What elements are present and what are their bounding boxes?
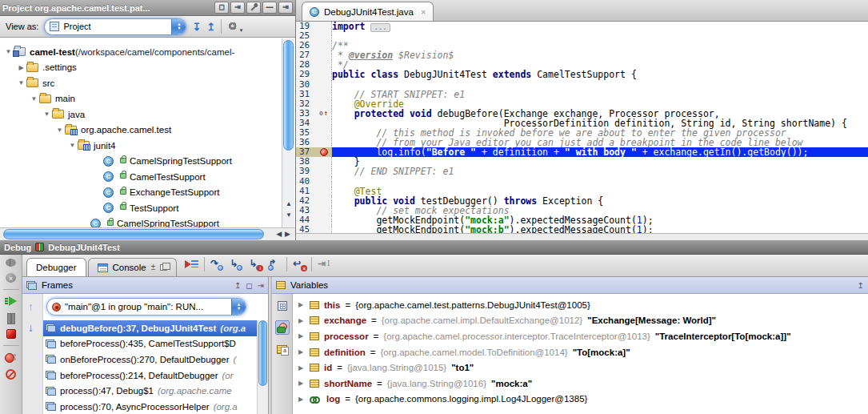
tree-item[interactable]: ▼camel-test (/workspace/camel/components… bbox=[0, 44, 282, 60]
disclosure-expanded-icon[interactable]: ▼ bbox=[54, 127, 65, 134]
thread-selector-combo[interactable]: "main"@1 in group "main": RUN... ▲▼ bbox=[46, 298, 246, 316]
variable-row[interactable]: ▶exchange = {org.apache.camel.impl.Defau… bbox=[293, 313, 868, 329]
variable-row[interactable]: ▶definition = {org.apache.camel.model.To… bbox=[293, 344, 868, 360]
tree-item[interactable]: CExchangeTestSupport bbox=[0, 185, 282, 201]
force-step-into-icon[interactable]: ↳i bbox=[248, 258, 262, 271]
tree-item[interactable]: ▼main bbox=[0, 91, 282, 107]
variable-row[interactable]: ▶processor = {org.apache.camel.processor… bbox=[293, 328, 868, 344]
step-out-icon[interactable]: ↱ bbox=[267, 258, 282, 271]
view-breakpoints-icon[interactable] bbox=[5, 352, 17, 363]
show-types-icon[interactable] bbox=[275, 342, 290, 356]
thread-combo-stepper[interactable]: ▲▼ bbox=[231, 298, 246, 316]
minimize-window-icon[interactable]: — bbox=[262, 2, 277, 14]
run-to-cursor-icon[interactable]: ⇥I bbox=[317, 258, 331, 271]
close-session-icon[interactable]: x bbox=[6, 273, 16, 283]
gear-icon[interactable] bbox=[227, 21, 238, 32]
stack-frame-row[interactable]: process():47, Debug$1 (org.apache.came bbox=[43, 383, 257, 399]
close-tab-icon[interactable]: × bbox=[421, 7, 426, 17]
scrollbar-thumb[interactable] bbox=[283, 40, 294, 151]
variable-name: processor bbox=[324, 332, 369, 341]
tree-vertical-scrollbar[interactable]: ▲ ▼ bbox=[282, 38, 294, 227]
tree-item[interactable]: ▼junit4 bbox=[0, 138, 282, 154]
step-over-icon[interactable]: ↷ bbox=[210, 258, 224, 271]
stack-frame-row[interactable]: debugBefore():37, DebugJUnit4Test (org.a bbox=[43, 320, 257, 336]
disclosure-collapsed-icon[interactable]: ▶ bbox=[16, 64, 26, 71]
tree-item[interactable]: ▼java bbox=[0, 107, 282, 123]
tree-item[interactable]: ▼src bbox=[0, 75, 282, 91]
pin-window-icon[interactable] bbox=[246, 2, 261, 14]
variable-row[interactable]: ▶id = {java.lang.String@1015}"to1" bbox=[293, 360, 868, 376]
code-line[interactable]: 19import ... bbox=[296, 22, 868, 31]
expand-icon[interactable]: ▶ bbox=[298, 332, 305, 340]
stack-frame-row[interactable]: beforeProcess():214, DefaultDebugger (or bbox=[43, 368, 257, 384]
tab-debugger[interactable]: Debugger bbox=[26, 258, 86, 276]
show-execution-point-icon[interactable] bbox=[185, 258, 199, 271]
expand-icon[interactable]: ▶ bbox=[298, 380, 305, 387]
hide-window-icon[interactable]: ⇥ bbox=[278, 2, 293, 14]
code-area[interactable]: 19import ...2526/**27 * @version $Revisi… bbox=[296, 22, 868, 233]
scrollbar-thumb[interactable] bbox=[258, 320, 267, 386]
evaluate-expression-icon[interactable] bbox=[275, 299, 290, 313]
pop-frame-icon[interactable]: ↩x bbox=[292, 258, 306, 271]
next-frame-icon[interactable]: ↓ bbox=[28, 321, 34, 334]
expand-icon[interactable]: ▶ bbox=[298, 317, 305, 324]
code-line[interactable]: 37 log.info("Before " + definition + " w… bbox=[296, 147, 868, 157]
pin-panel-icon[interactable]: ↥ bbox=[234, 281, 241, 290]
tree-horizontal-scrollbar[interactable]: ◀▶ bbox=[0, 227, 295, 240]
scroll-down-icon[interactable]: ▼ bbox=[282, 211, 295, 219]
code-line[interactable]: 45 getMockEndpoint("mock:b").expectedMes… bbox=[296, 225, 868, 233]
stack-frame-row[interactable]: beforeProcess():435, CamelTestSupport$D bbox=[43, 336, 257, 352]
tree-item[interactable]: CCamelTestSupport bbox=[0, 169, 282, 185]
mute-breakpoints-icon[interactable] bbox=[6, 369, 16, 380]
expand-all-icon[interactable]: ↧ bbox=[192, 22, 201, 32]
scroll-left-right-icons[interactable]: ◀▶ bbox=[276, 230, 294, 238]
editor-tab[interactable]: C DebugJUnit4Test.java × bbox=[302, 2, 434, 21]
variable-row[interactable]: ▶shortName = {java.lang.String@1016}"moc… bbox=[293, 376, 868, 392]
expand-icon[interactable]: ▶ bbox=[298, 364, 305, 372]
float-tab-icon[interactable] bbox=[160, 264, 167, 271]
breakpoint-icon[interactable] bbox=[320, 148, 328, 156]
variable-row[interactable]: ▶log = {org.apache.commons.logging.impl.… bbox=[293, 392, 868, 408]
scroll-up-icon[interactable]: ▲ bbox=[282, 200, 295, 208]
previous-frame-icon[interactable]: ↑ bbox=[28, 300, 34, 313]
scrollbar-thumb[interactable] bbox=[3, 229, 264, 239]
expand-icon[interactable]: ▶ bbox=[298, 301, 305, 308]
tree-item[interactable]: ▶.settings bbox=[0, 60, 282, 76]
tree-item[interactable]: CCamelSpringTestSupport bbox=[0, 216, 282, 228]
overrides-method-icon[interactable]: ↑ bbox=[319, 108, 328, 119]
expand-icon[interactable]: ▶ bbox=[298, 348, 305, 356]
disclosure-expanded-icon[interactable]: ▼ bbox=[16, 79, 26, 86]
code-line[interactable]: 29public class DebugJUnit4Test extends C… bbox=[296, 70, 868, 79]
dock-window-icon[interactable]: ⇥ bbox=[230, 2, 245, 14]
code-line[interactable]: 25 bbox=[296, 31, 868, 41]
float-window-icon[interactable]: ◻ bbox=[214, 2, 229, 14]
export-icon[interactable]: ± bbox=[151, 263, 156, 271]
disclosure-expanded-icon[interactable]: ▼ bbox=[29, 95, 39, 102]
pause-program-icon[interactable] bbox=[7, 313, 15, 323]
stack-frame-row[interactable]: process():70, AsyncProcessorHelper (org.… bbox=[43, 399, 257, 414]
variable-row[interactable]: ▶this = {org.apache.camel.test.patterns.… bbox=[293, 297, 868, 313]
float-panel-icon[interactable]: ◻ bbox=[246, 281, 252, 290]
tree-item[interactable]: CTestSupport bbox=[0, 200, 282, 216]
pin-panel-icon[interactable]: ↥ bbox=[858, 281, 864, 290]
code-line[interactable]: 27 * @version $Revision$ bbox=[296, 50, 868, 60]
watches-icon[interactable] bbox=[275, 320, 290, 335]
stack-frame-row[interactable]: onBeforeProcess():270, DefaultDebugger ( bbox=[43, 352, 257, 368]
frames-scrollbar[interactable] bbox=[257, 320, 268, 414]
collapse-all-icon[interactable]: ↥ bbox=[206, 22, 215, 32]
view-as-combo[interactable]: Project ▲▼ bbox=[44, 18, 186, 35]
stop-program-icon[interactable] bbox=[6, 329, 16, 339]
combo-stepper[interactable]: ▲▼ bbox=[171, 18, 186, 35]
disclosure-expanded-icon[interactable]: ▼ bbox=[42, 111, 52, 118]
disclosure-expanded-icon[interactable]: ▼ bbox=[67, 142, 78, 149]
expand-icon[interactable]: ▶ bbox=[298, 396, 305, 403]
step-into-icon[interactable]: ↳ bbox=[229, 258, 243, 271]
editor-horizontal-scrollbar[interactable] bbox=[296, 233, 868, 240]
tree-item[interactable]: CCamelSpringTestSupport bbox=[0, 154, 282, 170]
hide-panel-icon[interactable]: ⇥ bbox=[258, 281, 264, 290]
tab-console[interactable]: Console ± bbox=[88, 258, 178, 276]
tree-item[interactable]: ▼org.apache.camel.test bbox=[0, 123, 282, 139]
code-line[interactable]: 39 // END SNIPPET: e1 bbox=[296, 167, 868, 176]
rerun-debugger-icon[interactable] bbox=[6, 259, 16, 267]
resume-program-icon[interactable] bbox=[5, 296, 18, 307]
